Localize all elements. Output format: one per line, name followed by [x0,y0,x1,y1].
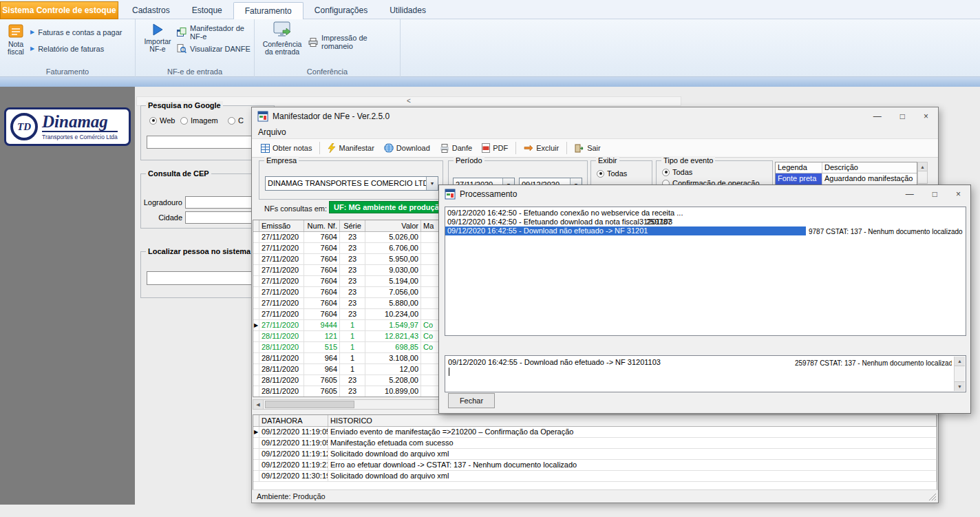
detail-scrollbar[interactable]: ▲ ▼ [954,357,965,391]
history-grid: DATAHORA HISTORICO ▶09/12/2020 11:19:05E… [253,414,937,490]
download-button[interactable]: Download [379,141,435,155]
dropdown-arrow-icon[interactable]: ▼ [426,177,438,190]
sair-button[interactable]: Sair [570,142,606,155]
obter-notas-button[interactable]: Obter notas [256,142,317,155]
header-num-nf[interactable]: Num. Nf. [304,220,340,231]
tab-cadastros[interactable]: Cadastros [121,2,181,19]
radio-imagem[interactable]: Imagem [180,116,218,125]
toolbar-separator [566,142,567,154]
app-menu-tab[interactable]: Sistema Controle de estoque [0,1,118,19]
toolbar-separator [515,142,516,154]
visualizar-danfe-button[interactable]: Visualizar DANFE [177,43,251,55]
app-window-icon [445,189,456,200]
header-valor[interactable]: Valor [365,220,421,231]
legend-scrollbar[interactable]: ▲ [917,162,928,184]
menu-bar: Arquivo [252,125,938,139]
legend-header-descricao[interactable]: Descrição [822,162,917,173]
nota-fiscal-button[interactable]: Nota fiscal [2,23,30,56]
log-line-selected[interactable]: 09/12/2020 16:42:55 - Download não efetu… [445,226,966,235]
localizar-pessoa-input[interactable] [147,271,257,285]
cell-historico: Solicitado download do arquivo xml [328,449,937,459]
tab-configuracoes[interactable]: Configurações [303,2,379,19]
header-emissao[interactable]: Emissão [259,220,304,231]
cell-serie: 23 [340,254,365,264]
manifestar-button[interactable]: Manifestar [323,141,379,155]
window-controls: — □ × [873,107,928,125]
relatorio-faturas-button[interactable]: ▶ Relatório de faturas [30,43,104,55]
header-historico[interactable]: HISTORICO [328,415,937,426]
scroll-left-icon[interactable]: ◀ [253,400,264,409]
radio-web[interactable]: Web [149,116,175,125]
empresa-combobox[interactable]: DINAMAG TRANSPORTES E COMERCIO LTDA ▼ [265,176,438,191]
cell-num: 9444 [304,320,340,330]
importar-nfe-button[interactable]: Importar NF-e [141,23,174,53]
maximize-icon[interactable]: □ [900,112,905,121]
group-caption: Conferência [255,67,400,76]
legend-row[interactable]: Fonte preta Aguardando manifestação [776,173,917,184]
legend-header-legenda[interactable]: Legenda [776,162,822,173]
resize-grip[interactable] [928,493,937,501]
pdf-button[interactable]: PDF [477,141,513,155]
faturas-contas-button[interactable]: ▶ Faturas e contas a pagar [30,26,122,39]
row-indicator [253,471,259,481]
radio-c[interactable]: C [228,116,244,125]
cell-num: 7604 [304,276,340,286]
fechar-button[interactable]: Fechar [448,393,495,408]
close-icon[interactable]: × [956,189,961,199]
close-icon[interactable]: × [924,112,928,121]
row-indicator [253,386,259,397]
history-row[interactable]: 09/12/2020 11:19:21Erro ao efetuar downl… [253,460,937,471]
minimize-icon[interactable]: — [873,112,882,121]
history-row[interactable]: 09/12/2020 11:19:05Manifestação efetuada… [253,438,937,449]
google-search-input[interactable] [147,136,262,149]
header-datahora[interactable]: DATAHORA [259,415,328,426]
cell-serie: 23 [340,232,365,242]
scroll-up-icon[interactable]: ▲ [955,357,965,366]
conferencia-entrada-button[interactable]: Conferência da entrada [260,21,304,56]
play-icon: ▶ [30,30,34,35]
history-row-selected[interactable]: ▶09/12/2020 11:19:05Enviado evento de ma… [253,427,937,438]
minimize-icon[interactable]: — [906,189,914,199]
row-indicator [253,364,259,374]
cell-historico: Erro ao efetuar download -> CSTAT: 137 -… [328,460,937,470]
scroll-up-icon[interactable]: ▲ [918,162,927,171]
ribbon-group-nfe-entrada: Importar NF-e Manifestador de NF-e Visua… [136,19,255,77]
radio-exibir-todas[interactable]: Todas [597,169,627,178]
cell-valor: 698,85 [365,342,421,352]
impressao-romaneio-button[interactable]: Impressão de romaneio [308,36,400,48]
ribbon-bottom-band [0,77,980,87]
cell-datahora: 09/12/2020 11:19:05 [259,427,328,437]
process-log-list[interactable]: 09/12/2020 16:42:50 - Efetuando conexão … [445,207,966,336]
log-line[interactable]: 09/12/2020 16:42:50 - Efetuando conexão … [445,209,966,218]
header-serie[interactable]: Série [340,220,365,231]
window-titlebar[interactable]: Manifestador de NFe - Ver.2.5.0 — □ × [252,107,938,125]
row-indicator [253,232,259,242]
excluir-button[interactable]: Excluir [519,142,564,154]
group-caption: Faturamento [0,67,135,76]
scroll-down-icon[interactable]: ▼ [955,381,965,391]
cidade-label: Cidade [141,213,182,222]
log-line[interactable]: 09/12/2020 16:42:50 - Efetuando download… [445,218,966,226]
cell-num: 7604 [304,265,340,275]
tab-faturamento[interactable]: Faturamento [233,2,303,19]
cell-serie: 23 [340,276,365,286]
nota-fiscal-icon [8,23,24,39]
menu-arquivo[interactable]: Arquivo [252,125,292,139]
cell-emissao: 27/11/2020 [259,287,304,297]
danfe-button[interactable]: Danfe [435,142,477,155]
process-detail-textbox[interactable]: 09/12/2020 16:42:55 - Download não efetu… [445,355,966,392]
evento-todas-label: Todas [672,168,692,176]
excluir-label: Excluir [536,144,559,152]
history-row[interactable]: 09/12/2020 11:30:19Solicitado download d… [253,471,937,482]
history-row[interactable]: 09/12/2020 11:19:12Solicitado download d… [253,449,937,460]
play-icon: ▶ [30,46,34,52]
dialog-titlebar[interactable]: Processamento — □ × [439,185,970,203]
radio-evento-todas[interactable]: Todas [662,168,692,176]
cell-emissao: 27/11/2020 [259,254,304,264]
manifestador-nfe-button[interactable]: Manifestador de NF-e [177,26,254,39]
maximize-icon[interactable]: □ [933,189,937,199]
tab-estoque[interactable]: Estoque [181,2,233,19]
cell-num: 7604 [304,309,340,319]
scrollbar-thumb[interactable] [265,401,354,408]
tab-utilidades[interactable]: Utilidades [379,2,437,19]
